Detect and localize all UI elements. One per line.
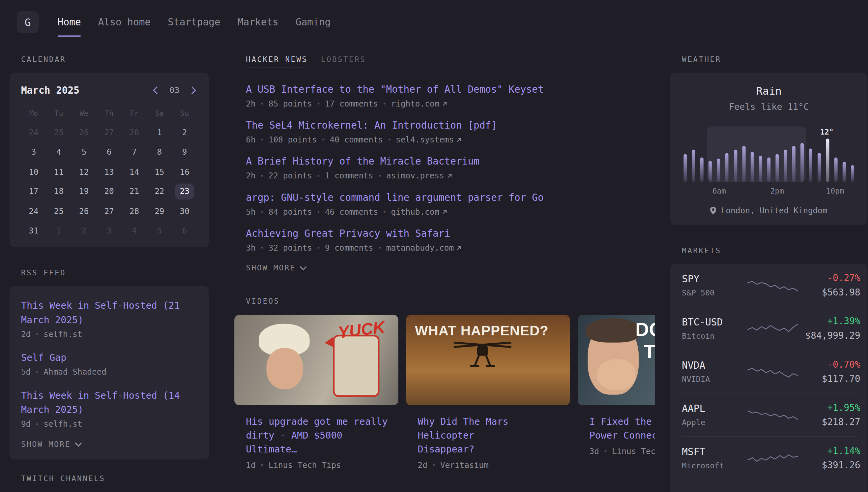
calendar-day[interactable]: 1: [147, 123, 172, 143]
weather-bar: [792, 146, 795, 182]
nav-item-markets[interactable]: Markets: [238, 0, 279, 44]
rss-item-age: 2d: [21, 330, 31, 339]
market-symbol: AAPLApple: [682, 403, 747, 427]
story-comments: 9 comments: [325, 243, 373, 252]
nav-item-gaming[interactable]: Gaming: [296, 0, 331, 44]
calendar-day[interactable]: 8: [147, 142, 172, 162]
market-symbol: MSFTMicrosoft: [682, 446, 747, 470]
story-domain-link[interactable]: righto.com: [391, 99, 447, 108]
story-title[interactable]: argp: GNU-style command line argument pa…: [246, 191, 655, 204]
rss-item-title[interactable]: This Week in Self-Hosted (14 March 2025): [21, 388, 198, 417]
calendar-day[interactable]: 3: [21, 142, 46, 162]
rss-item-title[interactable]: This Week in Self-Hosted (21 March 2025): [21, 298, 198, 327]
calendar-section-label: CALENDAR: [21, 55, 209, 64]
market-change: +1.39%: [798, 316, 860, 326]
video-channel: Linus Tec…: [612, 447, 655, 456]
calendar-prev-button[interactable]: [152, 85, 161, 95]
market-row-nvda[interactable]: NVDANVIDIA-0.70%$117.70: [682, 350, 856, 393]
calendar-day[interactable]: 4: [46, 142, 71, 162]
market-row-aapl[interactable]: AAPLApple+1.95%$218.27: [682, 393, 856, 436]
calendar-day[interactable]: 26: [72, 123, 97, 143]
calendar-day-number: 24: [24, 124, 43, 141]
story-title[interactable]: A USB Interface to the "Mother of All De…: [246, 83, 655, 96]
calendar-day[interactable]: 14: [122, 162, 147, 182]
calendar-day[interactable]: 18: [46, 182, 71, 201]
nav-item-home[interactable]: Home: [58, 0, 81, 44]
market-row-btc-usd[interactable]: BTC-USDBitcoin+1.39%$84,999.29: [682, 307, 856, 350]
calendar-day[interactable]: 2: [172, 123, 197, 143]
nav-item-also-home[interactable]: Also home: [98, 0, 151, 44]
story-domain-link[interactable]: sel4.systems: [396, 135, 462, 144]
rss-item-title[interactable]: Self Gap: [21, 350, 198, 365]
story-domain-link[interactable]: asimov.press: [386, 171, 452, 180]
calendar-day[interactable]: 28: [122, 123, 147, 143]
calendar-day[interactable]: 7: [122, 142, 147, 162]
rss-item-meta: 5d•Ahmad Shadeed: [21, 368, 198, 376]
nav-item-startpage[interactable]: Startpage: [168, 0, 220, 44]
video-thumbnail[interactable]: WHAT HAPPENED?: [406, 315, 570, 405]
calendar-day[interactable]: 9: [172, 142, 197, 162]
video-item: YUCKHis upgrade got me really dirty - AM…: [234, 315, 398, 470]
calendar-day[interactable]: 29: [147, 201, 172, 221]
calendar-day[interactable]: 31: [21, 221, 46, 241]
video-title[interactable]: Why Did The Mars Helicopter Disappear?: [418, 415, 570, 456]
tab-lobsters[interactable]: LOBSTERS: [321, 55, 366, 68]
calendar-day[interactable]: 5: [147, 221, 172, 241]
calendar-day[interactable]: 12: [72, 162, 97, 182]
calendar-day[interactable]: 24: [21, 201, 46, 221]
calendar-day[interactable]: 6: [172, 221, 197, 241]
video-title[interactable]: His upgrade got me really dirty - AMD $5…: [246, 415, 398, 456]
calendar-day[interactable]: 16: [172, 162, 197, 182]
calendar-day[interactable]: 25: [46, 201, 71, 221]
calendar-weekday: We: [72, 109, 97, 117]
meta-separator: •: [316, 100, 320, 108]
calendar-day[interactable]: 6: [97, 142, 122, 162]
calendar-day[interactable]: 28: [122, 201, 147, 221]
story-domain-link[interactable]: matanabudy.com: [386, 243, 462, 252]
calendar-day[interactable]: 27: [97, 201, 122, 221]
story-title[interactable]: Achieving Great Privacy with Safari: [246, 227, 655, 240]
calendar-day[interactable]: 1: [46, 221, 71, 241]
calendar-day-number: 4: [49, 144, 68, 160]
external-link-icon: [457, 137, 462, 142]
market-row-spy[interactable]: SPYS&P 500-0.27%$563.98: [682, 264, 856, 306]
calendar-day[interactable]: 27: [97, 123, 122, 143]
calendar-day[interactable]: 15: [147, 162, 172, 182]
calendar-day[interactable]: 19: [72, 182, 97, 201]
calendar-day-selected[interactable]: 23: [172, 182, 197, 201]
video-thumbnail[interactable]: DO T: [578, 315, 655, 405]
story-comments: 1 comments: [325, 171, 373, 180]
calendar-day[interactable]: 17: [21, 182, 46, 201]
calendar-day[interactable]: 3: [97, 221, 122, 241]
calendar-day[interactable]: 5: [72, 142, 97, 162]
calendar-day[interactable]: 26: [72, 201, 97, 221]
calendar-next-button[interactable]: [187, 85, 197, 95]
market-sparkline: [747, 363, 798, 380]
story-title[interactable]: The SeL4 Microkernel: An Introduction [p…: [246, 119, 655, 132]
calendar-day[interactable]: 25: [46, 123, 71, 143]
calendar-day[interactable]: 22: [147, 182, 172, 201]
video-title[interactable]: I Fixed the 5… Power Connect…: [589, 415, 655, 442]
story-domain-link[interactable]: github.com: [391, 207, 447, 216]
story-title[interactable]: A Brief History of the Miracle Bacterium: [246, 155, 655, 168]
sparkline-chart: [747, 449, 798, 467]
video-thumbnail[interactable]: YUCK: [234, 315, 398, 405]
calendar-day[interactable]: 30: [172, 201, 197, 221]
calendar-controls: 03: [152, 85, 197, 95]
market-row-msft[interactable]: MSFTMicrosoft+1.14%$391.26: [682, 436, 856, 479]
calendar-day[interactable]: 10: [21, 162, 46, 182]
calendar-day[interactable]: 21: [122, 182, 147, 201]
calendar-day[interactable]: 2: [72, 221, 97, 241]
meta-separator: •: [432, 461, 436, 469]
tab-hacker-news[interactable]: HACKER NEWS: [246, 55, 308, 68]
news-show-more-button[interactable]: SHOW MORE: [246, 263, 655, 272]
calendar-day[interactable]: 13: [97, 162, 122, 182]
calendar-day[interactable]: 24: [21, 123, 46, 143]
news-stories: A USB Interface to the "Mother of All De…: [246, 83, 655, 252]
story-points: 85 points: [269, 99, 312, 108]
app-logo[interactable]: G: [17, 11, 38, 33]
rss-show-more-button[interactable]: SHOW MORE: [21, 440, 198, 448]
calendar-day[interactable]: 11: [46, 162, 71, 182]
calendar-day[interactable]: 20: [97, 182, 122, 201]
calendar-day[interactable]: 4: [122, 221, 147, 241]
